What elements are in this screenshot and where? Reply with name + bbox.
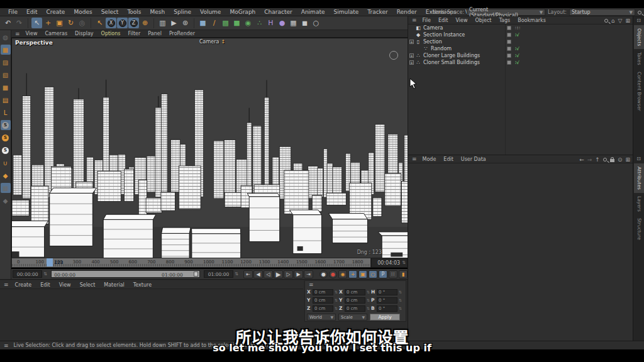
palette-object-mode[interactable]: ■ bbox=[1, 82, 11, 92]
matmenu-edit[interactable]: Edit bbox=[36, 282, 55, 288]
layer-toggle[interactable] bbox=[507, 40, 511, 44]
menu-modes[interactable]: Modes bbox=[69, 9, 96, 15]
tool-rotate[interactable]: ↻ bbox=[65, 18, 76, 28]
tool-selection-tool[interactable]: ↖ bbox=[94, 18, 105, 28]
vpmenu-options[interactable]: Options bbox=[97, 31, 125, 36]
palette-axis-mode[interactable]: ▤ bbox=[1, 95, 11, 105]
object-item-cloner-large-buildings[interactable]: + ∴ Cloner Large Buildings bbox=[408, 52, 633, 59]
expander-icon[interactable]: + bbox=[409, 60, 414, 65]
stepper-icon[interactable]: ⇅ bbox=[402, 260, 406, 265]
search-icon[interactable] bbox=[638, 11, 641, 14]
layer-toggle[interactable] bbox=[507, 53, 511, 58]
tool-scale[interactable]: ▣ bbox=[54, 18, 65, 28]
viewport-canvas[interactable]: Perspective Camera ↕ Dng : 123 bbox=[11, 38, 408, 258]
start-time-field[interactable]: 00:00:00 bbox=[13, 270, 42, 278]
record-keyframe-record[interactable]: ◉ bbox=[338, 270, 347, 278]
tool-render-picture-viewer[interactable]: ▶ bbox=[169, 18, 179, 28]
layer-toggle[interactable] bbox=[507, 47, 511, 51]
palette-make-editable[interactable]: ◍ bbox=[1, 32, 11, 42]
palette-texture-mode[interactable]: ▨ bbox=[1, 57, 11, 67]
palette-snap-magnet[interactable]: ∪ bbox=[1, 158, 11, 168]
rotation-field[interactable]: 0 ° bbox=[377, 305, 397, 312]
am-icon-add-panel[interactable]: ⊞ bbox=[625, 156, 630, 163]
am-icon-track[interactable]: ⊙ bbox=[618, 156, 623, 163]
om-icon-home[interactable]: ⌂ bbox=[611, 18, 615, 24]
tool-lock-x[interactable]: X bbox=[106, 18, 116, 28]
am-icon-back[interactable]: ← bbox=[579, 156, 584, 163]
matmenu-view[interactable]: View bbox=[55, 282, 75, 288]
object-item-cloner-small-buildings[interactable]: + ∴ Cloner Small Buildings bbox=[408, 59, 633, 66]
enable-toggle[interactable] bbox=[515, 32, 519, 38]
tool-live-selection[interactable]: ↖ bbox=[31, 18, 42, 28]
timeline-range-slider[interactable]: 00:00:00 01:00:00 bbox=[51, 270, 200, 278]
tool-add-light[interactable]: ○ bbox=[311, 18, 321, 28]
transport-next-frame[interactable]: ▷ bbox=[284, 270, 293, 278]
menu-render[interactable]: Render bbox=[392, 9, 421, 15]
am-icon-forward[interactable]: → bbox=[587, 156, 592, 163]
ommenu-file[interactable]: File bbox=[419, 18, 435, 23]
stepper-icon[interactable]: ⇅ bbox=[367, 298, 370, 302]
enable-toggle[interactable] bbox=[515, 53, 519, 58]
stepper-icon[interactable]: ⇅ bbox=[367, 290, 370, 294]
add-panel-icon[interactable]: ⊡ bbox=[636, 156, 641, 162]
tool-add-camera[interactable]: ◼ bbox=[299, 18, 310, 28]
vpmenu-filter[interactable]: Filter bbox=[124, 31, 144, 36]
matmenu-create[interactable]: Create bbox=[11, 282, 36, 288]
am-icon-search[interactable] bbox=[603, 158, 607, 162]
size-field[interactable]: 0 cm bbox=[345, 305, 365, 312]
menu-tools[interactable]: Tools bbox=[123, 9, 145, 15]
layer-toggle[interactable] bbox=[507, 26, 511, 30]
matmenu-select[interactable]: Select bbox=[75, 282, 100, 288]
range-handle[interactable] bbox=[194, 272, 198, 277]
expander-icon[interactable]: + bbox=[409, 53, 414, 58]
rotation-field[interactable]: 0 ° bbox=[377, 297, 397, 304]
palette-workplane-lock[interactable]: ▦ bbox=[1, 183, 11, 193]
transport-goto-end[interactable]: ⇥ bbox=[304, 270, 313, 278]
side-tab-takes[interactable]: Takes bbox=[634, 49, 644, 69]
size-field[interactable]: 0 cm bbox=[345, 289, 365, 295]
palette-snap-enable[interactable]: S bbox=[1, 120, 11, 130]
tool-move[interactable]: + bbox=[43, 18, 53, 28]
palette-snap-2d[interactable]: S bbox=[1, 145, 11, 155]
palette-workplane-snap[interactable]: ◆ bbox=[1, 195, 11, 206]
palette-workplane-grid[interactable]: ◆ bbox=[1, 170, 11, 180]
tool-undo[interactable]: ↶ bbox=[3, 18, 13, 28]
menu-mograph[interactable]: MoGraph bbox=[225, 9, 260, 15]
coordinate-space-dropdown[interactable]: World ▼ bbox=[307, 314, 336, 321]
hamburger-icon[interactable]: ≡ bbox=[410, 17, 419, 23]
side-tab-objects[interactable]: Objects bbox=[634, 25, 644, 49]
enable-toggle[interactable] bbox=[515, 25, 519, 31]
record-record-muted[interactable]: ● bbox=[319, 270, 328, 278]
ommenu-tags[interactable]: Tags bbox=[495, 18, 514, 23]
vpmenu-view[interactable]: View bbox=[22, 31, 42, 36]
vpmenu-panel[interactable]: Panel bbox=[144, 31, 165, 36]
camera-hud[interactable]: Camera ↕ bbox=[199, 39, 225, 45]
apply-button[interactable]: Apply bbox=[370, 314, 400, 321]
matmenu-texture[interactable]: Texture bbox=[129, 282, 156, 288]
matmenu-material[interactable]: Material bbox=[99, 282, 129, 288]
ammenu-user-data[interactable]: User Data bbox=[457, 156, 490, 162]
vpmenu-prorender[interactable]: ProRender bbox=[165, 31, 199, 36]
ammenu-edit[interactable]: Edit bbox=[440, 156, 457, 162]
tool-add-volume[interactable]: ■ bbox=[231, 18, 242, 28]
hamburger-icon[interactable]: ≡ bbox=[2, 282, 11, 288]
side-tab-attributes[interactable]: Attributes bbox=[634, 163, 644, 193]
om-icon-search[interactable] bbox=[604, 19, 608, 23]
stepper-icon[interactable]: ⇅ bbox=[335, 306, 338, 310]
position-field[interactable]: 0 cm bbox=[313, 305, 333, 312]
tool-add-spline-h[interactable]: H bbox=[265, 18, 276, 28]
am-icon-up[interactable]: ↑ bbox=[595, 156, 600, 163]
stepper-icon[interactable]: ⇅ bbox=[235, 272, 238, 277]
stepper-icon[interactable]: ⇅ bbox=[399, 306, 402, 310]
menu-volume[interactable]: Volume bbox=[196, 9, 225, 15]
vpmenu-cameras[interactable]: Cameras bbox=[42, 31, 72, 36]
navigation-gizmo-icon[interactable] bbox=[389, 51, 398, 60]
tool-add-nurbs[interactable]: ● bbox=[277, 18, 287, 28]
tool-add-deformer[interactable]: ◉ bbox=[243, 18, 253, 28]
menu-simulate[interactable]: Simulate bbox=[329, 9, 363, 15]
ommenu-object[interactable]: Object bbox=[471, 18, 495, 23]
side-tab-content-browser[interactable]: Content Browser bbox=[634, 69, 644, 114]
menu-spline[interactable]: Spline bbox=[169, 9, 196, 15]
position-field[interactable]: 0 cm bbox=[313, 297, 333, 304]
timeline-ruler[interactable]: 0100200300400500600700800900100011001200… bbox=[11, 258, 371, 268]
